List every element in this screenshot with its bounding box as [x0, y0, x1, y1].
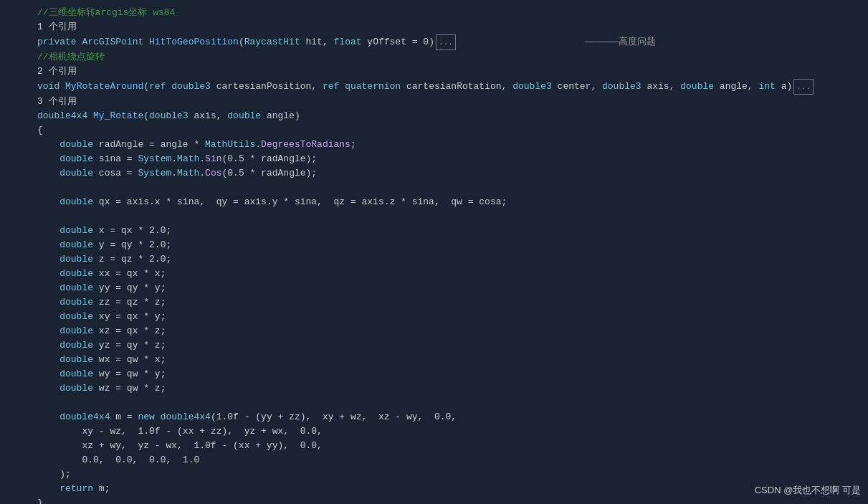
line-content: double4x4 My_Rotate(double3 axis, double…: [37, 109, 868, 123]
line-content: //三维坐标转arcgis坐标 ws84: [37, 6, 868, 20]
line-content: double z = qz * 2.0;: [37, 252, 868, 267]
code-line: double yy = qy * y;: [0, 281, 868, 295]
line-content: double yy = qy * y;: [37, 281, 868, 295]
line-content: 1 个引用: [37, 20, 868, 34]
code-line: private ArcGISPoint HitToGeoPosition(Ray…: [0, 34, 868, 50]
code-line: double xy = qx * y;: [0, 310, 868, 324]
code-line: xz + wy, yz - wx, 1.0f - (xx + yy), 0.0,: [0, 439, 868, 453]
line-content: 3 个引用: [37, 95, 868, 109]
code-line: 1 个引用: [0, 20, 868, 34]
line-content: double wz = qw * z;: [37, 381, 868, 396]
code-line: double xz = qx * z;: [0, 324, 868, 338]
line-content: xy - wz, 1.0f - (xx + zz), yz + wx, 0.0,: [37, 424, 868, 439]
line-content: xz + wy, yz - wx, 1.0f - (xx + yy), 0.0,: [37, 439, 868, 453]
line-content: double zz = qz * z;: [37, 295, 868, 310]
code-line: double yz = qy * z;: [0, 338, 868, 353]
code-line: //相机绕点旋转: [0, 50, 868, 65]
line-content: private ArcGISPoint HitToGeoPosition(Ray…: [37, 34, 868, 50]
code-line: double4x4 m = new double4x4(1.0f - (yy +…: [0, 410, 868, 424]
code-line: xy - wz, 1.0f - (xx + zz), yz + wx, 0.0,: [0, 424, 868, 439]
code-line: [0, 396, 868, 410]
line-content: double x = qx * 2.0;: [37, 224, 868, 238]
code-line: double z = qz * 2.0;: [0, 252, 868, 267]
code-line: double sina = System.Math.Sin(0.5 * radA…: [0, 152, 868, 166]
code-line: double cosa = System.Math.Cos(0.5 * radA…: [0, 166, 868, 181]
line-content: double cosa = System.Math.Cos(0.5 * radA…: [37, 166, 868, 181]
code-line: double wx = qw * x;: [0, 353, 868, 367]
code-line: double radAngle = angle * MathUtils.Degr…: [0, 138, 868, 152]
line-content: double wx = qw * x;: [37, 353, 868, 367]
line-content: double sina = System.Math.Sin(0.5 * radA…: [37, 152, 868, 166]
line-content: [37, 396, 868, 410]
code-line: double wz = qw * z;: [0, 381, 868, 396]
code-line: double xx = qx * x;: [0, 267, 868, 281]
code-editor: //三维坐标转arcgis坐标 ws84 1 个引用 private ArcGI…: [0, 0, 868, 504]
code-line: {: [0, 123, 868, 138]
code-line: [0, 181, 868, 195]
code-line: void MyRotateAround(ref double3 cartesia…: [0, 79, 868, 95]
line-content: [37, 181, 868, 195]
code-line: //三维坐标转arcgis坐标 ws84: [0, 6, 868, 20]
line-content: {: [37, 123, 868, 138]
line-content: double xy = qx * y;: [37, 310, 868, 324]
code-line: double wy = qw * y;: [0, 367, 868, 381]
line-content: double yz = qy * z;: [37, 338, 868, 353]
code-line: double zz = qz * z;: [0, 295, 868, 310]
line-content: //相机绕点旋转: [37, 50, 868, 65]
line-content: );: [37, 467, 868, 482]
line-content: double4x4 m = new double4x4(1.0f - (yy +…: [37, 410, 868, 424]
watermark: CSDN @我也不想啊 可是: [755, 484, 861, 497]
line-content: }: [37, 496, 868, 504]
code-line: 2 个引用: [0, 65, 868, 79]
line-content: double wy = qw * y;: [37, 367, 868, 381]
code-line: double4x4 My_Rotate(double3 axis, double…: [0, 109, 868, 123]
code-line: return m;: [0, 482, 868, 496]
line-content: double xz = qx * z;: [37, 324, 868, 338]
line-content: double qx = axis.x * sina, qy = axis.y *…: [37, 195, 868, 209]
line-content: double radAngle = angle * MathUtils.Degr…: [37, 138, 868, 152]
code-line: );: [0, 467, 868, 482]
line-content: 2 个引用: [37, 65, 868, 79]
line-content: double y = qy * 2.0;: [37, 238, 868, 252]
line-content: void MyRotateAround(ref double3 cartesia…: [37, 79, 868, 95]
code-line: 3 个引用: [0, 95, 868, 109]
code-line: double qx = axis.x * sina, qy = axis.y *…: [0, 195, 868, 209]
line-content: 0.0, 0.0, 0.0, 1.0: [37, 453, 868, 467]
code-line: }: [0, 496, 868, 504]
code-line: double x = qx * 2.0;: [0, 224, 868, 238]
code-line: [0, 209, 868, 224]
code-line: 0.0, 0.0, 0.0, 1.0: [0, 453, 868, 467]
line-content: return m;: [37, 482, 868, 496]
code-line: double y = qy * 2.0;: [0, 238, 868, 252]
line-content: double xx = qx * x;: [37, 267, 868, 281]
line-content: [37, 209, 868, 224]
